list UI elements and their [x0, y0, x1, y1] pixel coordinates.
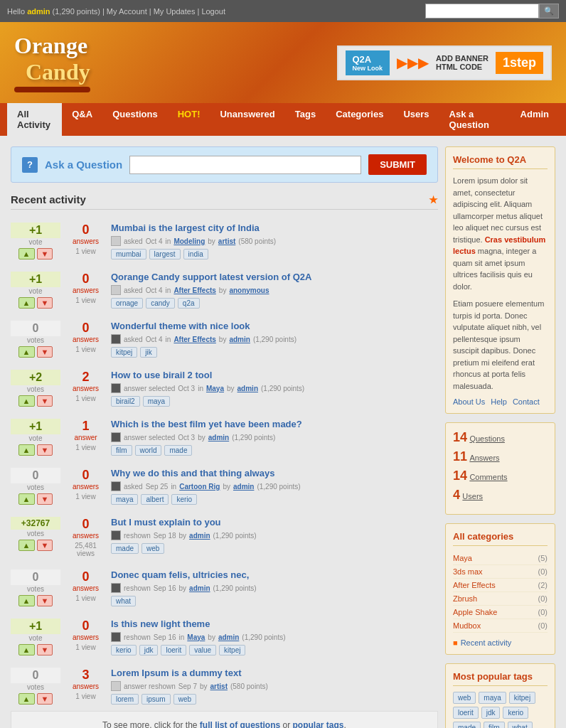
nav-item-admin[interactable]: Admin	[511, 103, 559, 136]
user-link[interactable]: admin	[218, 633, 239, 641]
search-button[interactable]: 🔍	[539, 4, 559, 18]
user-link[interactable]: artist	[218, 237, 235, 245]
user-link[interactable]: admin	[237, 385, 258, 392]
downvote-button[interactable]: ▼	[37, 395, 53, 407]
nav-item-users[interactable]: Users	[393, 103, 439, 136]
stat-label[interactable]: Answers	[469, 454, 499, 462]
downvote-button[interactable]: ▼	[37, 693, 53, 705]
item-tag[interactable]: what	[111, 596, 136, 606]
user-link[interactable]: admin	[208, 434, 229, 441]
cloud-tag[interactable]: loerit	[453, 707, 479, 719]
category-link[interactable]: Maya	[187, 633, 205, 641]
upvote-button[interactable]: ▲	[18, 346, 35, 358]
submit-button[interactable]: SUBMIT	[368, 154, 427, 175]
nav-item-unanswered[interactable]: Unanswered	[210, 103, 284, 136]
item-tag[interactable]: mumbai	[111, 249, 146, 259]
nav-item-hot[interactable]: HOT!	[168, 103, 210, 136]
cloud-tag[interactable]: jdk	[481, 707, 501, 719]
item-title[interactable]: Qorange Candy support latest version of …	[111, 272, 438, 282]
category-name[interactable]: After Effects	[453, 581, 496, 589]
downvote-button[interactable]: ▼	[37, 493, 53, 505]
item-title[interactable]: Lorem Ipsum is a dummy text	[111, 668, 438, 678]
item-title[interactable]: Why we do this and that thing always	[111, 468, 438, 478]
stat-label[interactable]: Questions	[469, 434, 505, 443]
category-link[interactable]: Maya	[206, 385, 224, 392]
cloud-tag[interactable]: film	[484, 722, 505, 728]
cloud-tag[interactable]: maya	[479, 692, 506, 704]
recent-activity-sidebar-link[interactable]: ■ Recent activity	[453, 638, 548, 647]
item-tag[interactable]: maya	[111, 494, 138, 505]
category-link[interactable]: Modeling	[173, 237, 205, 245]
user-link[interactable]: anonymous	[229, 287, 269, 294]
my-updates-link[interactable]: My Updates	[154, 7, 196, 16]
user-link[interactable]: admin	[189, 584, 210, 592]
stat-label[interactable]: Comments	[469, 473, 507, 481]
category-link[interactable]: After Effects	[173, 287, 215, 294]
item-tag[interactable]: candy	[146, 298, 175, 309]
nav-item-ask[interactable]: Ask a Question	[439, 103, 511, 136]
downvote-button[interactable]: ▼	[37, 595, 53, 606]
nav-item-qa[interactable]: Q&A	[62, 103, 102, 136]
item-tag[interactable]: made	[111, 543, 139, 554]
item-tag[interactable]: kitpej	[219, 645, 245, 655]
item-tag[interactable]: kerio	[171, 494, 197, 505]
nav-item-all-activity[interactable]: All Activity	[7, 103, 62, 136]
item-title[interactable]: Mumbai is the largest city of India	[111, 223, 438, 233]
item-tag[interactable]: ipsum	[142, 694, 171, 705]
downvote-button[interactable]: ▼	[37, 444, 53, 456]
upvote-button[interactable]: ▲	[18, 297, 35, 309]
banner-ad[interactable]: Q2A New Look ▶▶▶ ADD BANNERHTML CODE 1st…	[337, 46, 552, 80]
item-title[interactable]: Is this new light theme	[111, 619, 438, 629]
upvote-button[interactable]: ▲	[18, 693, 35, 705]
contact-link[interactable]: Contact	[513, 397, 540, 406]
item-tag[interactable]: kerio	[111, 645, 137, 655]
item-tag[interactable]: world	[135, 445, 162, 456]
item-tag[interactable]: loerit	[161, 645, 186, 655]
upvote-button[interactable]: ▲	[18, 595, 35, 606]
about-link[interactable]: About Us	[453, 397, 485, 406]
upvote-button[interactable]: ▲	[18, 540, 35, 551]
user-link[interactable]: admin	[233, 483, 254, 491]
item-tag[interactable]: india	[183, 249, 208, 259]
item-tag[interactable]: film	[111, 445, 132, 456]
item-tag[interactable]: albert	[141, 494, 169, 505]
item-tag[interactable]: jdk	[139, 645, 159, 655]
item-tag[interactable]: ornage	[111, 298, 143, 309]
downvote-button[interactable]: ▼	[37, 248, 53, 259]
item-tag[interactable]: made	[164, 445, 192, 456]
user-link[interactable]: admin	[229, 336, 250, 343]
item-tag[interactable]: maya	[143, 396, 170, 407]
item-tag[interactable]: lorem	[111, 694, 139, 705]
user-link[interactable]: admin	[189, 532, 210, 540]
item-tag[interactable]: jik	[140, 347, 156, 358]
help-link[interactable]: Help	[491, 397, 507, 406]
item-title[interactable]: Which is the best film yet have been mad…	[111, 419, 438, 429]
nav-item-tags[interactable]: Tags	[285, 103, 326, 136]
search-input[interactable]	[425, 4, 539, 18]
popular-tags-link[interactable]: popular tags	[293, 720, 344, 728]
admin-link[interactable]: admin	[27, 7, 50, 16]
nav-item-categories[interactable]: Categories	[326, 103, 393, 136]
item-tag[interactable]: web	[173, 694, 196, 705]
item-tag[interactable]: kitpej	[111, 347, 137, 358]
ask-input[interactable]	[129, 156, 361, 174]
downvote-button[interactable]: ▼	[37, 297, 53, 309]
category-link[interactable]: After Effects	[173, 336, 215, 343]
my-account-link[interactable]: My Account	[107, 7, 147, 16]
cloud-tag[interactable]: what	[508, 722, 533, 728]
stat-label[interactable]: Users	[462, 492, 483, 500]
upvote-button[interactable]: ▲	[18, 644, 35, 655]
category-name[interactable]: 3ds max	[453, 567, 483, 576]
upvote-button[interactable]: ▲	[18, 493, 35, 505]
item-tag[interactable]: q2a	[178, 298, 200, 309]
downvote-button[interactable]: ▼	[37, 644, 53, 655]
full-list-link[interactable]: full list of questions	[200, 720, 280, 728]
category-name[interactable]: Zbrush	[453, 594, 477, 603]
upvote-button[interactable]: ▲	[18, 444, 35, 456]
cloud-tag[interactable]: kitpej	[509, 692, 535, 704]
cloud-tag[interactable]: made	[453, 722, 481, 728]
rss-icon[interactable]: ★	[429, 194, 438, 205]
downvote-button[interactable]: ▼	[37, 346, 53, 358]
item-title[interactable]: Wonderful theme with nice look	[111, 321, 438, 331]
user-link[interactable]: artist	[210, 682, 228, 690]
